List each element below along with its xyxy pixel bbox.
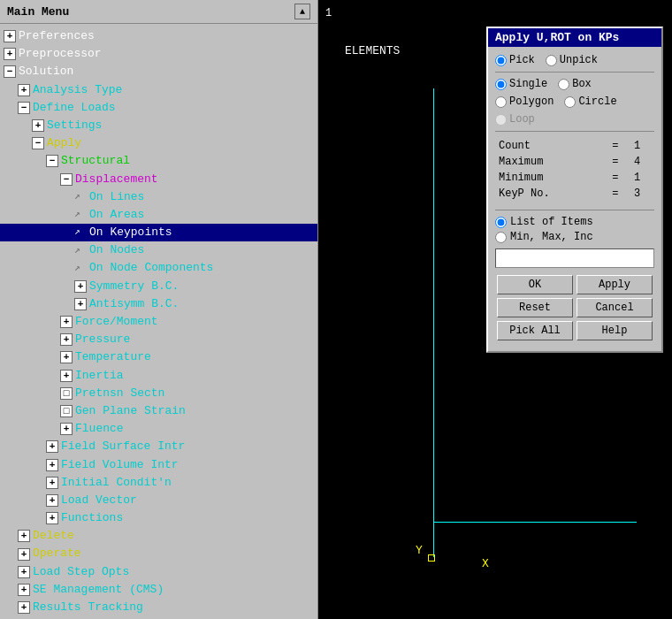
expand-sq-icon[interactable]: □ [60, 387, 73, 400]
maximum-label: Maximum [497, 155, 608, 169]
cancel-button[interactable]: Cancel [577, 298, 653, 317]
list-items-label[interactable]: List of Items [495, 216, 654, 228]
tree-item-pretnsn-sectn[interactable]: □Pretnsn Sectn [0, 385, 317, 402]
reset-button[interactable]: Reset [497, 298, 573, 317]
expand-plus-icon[interactable]: + [18, 84, 30, 96]
tree-item-displacement[interactable]: −Displacement [0, 171, 317, 188]
polygon-radio-label[interactable]: Polygon [495, 96, 554, 108]
tree-item-label: On Node Components [89, 260, 213, 276]
box-radio-label[interactable]: Box [558, 78, 592, 90]
minimum-equals: = [610, 171, 630, 185]
tree-item-analysis-type[interactable]: +Analysis Type [0, 81, 317, 99]
min-max-inc-label[interactable]: Min, Max, Inc [495, 231, 654, 243]
tree-item-structural[interactable]: −Structural [0, 152, 317, 170]
apply-button[interactable]: Apply [577, 275, 653, 294]
expand-plus-icon[interactable]: + [74, 298, 87, 310]
expand-minus-icon[interactable]: − [32, 137, 44, 149]
ok-button[interactable]: OK [497, 275, 573, 294]
list-input[interactable] [495, 248, 654, 268]
title-bar-button[interactable]: ▲ [294, 4, 310, 19]
expand-minus-icon[interactable]: − [46, 155, 58, 167]
tree-item-label: Preprocessor [19, 46, 102, 62]
expand-plus-icon[interactable]: + [46, 494, 58, 507]
expand-plus-icon[interactable]: + [18, 601, 30, 614]
expand-sq-icon[interactable]: □ [60, 405, 73, 417]
expand-plus-icon[interactable]: + [60, 370, 73, 382]
tree-item-settings[interactable]: +Settings [0, 117, 317, 134]
expand-plus-icon[interactable]: + [46, 459, 58, 471]
expand-plus-icon[interactable]: + [60, 351, 73, 363]
pick-radio-label[interactable]: Pick [495, 54, 535, 66]
tree-item-operate[interactable]: +Operate [0, 545, 317, 562]
tree-item-label: Pretnsn Sectn [75, 386, 164, 401]
unpick-radio-label[interactable]: Unpick [546, 54, 598, 66]
separator-2 [495, 131, 654, 132]
tree-item-on-areas[interactable]: ↗On Areas [0, 206, 317, 224]
help-button[interactable]: Help [577, 321, 653, 340]
expand-plus-icon[interactable]: + [18, 566, 30, 578]
tree-item-label: Antisymm B.C. [89, 296, 179, 312]
tree-item-on-keypoints[interactable]: ↗On Keypoints [0, 224, 317, 241]
expand-minus-icon[interactable]: − [4, 65, 16, 78]
tree-item-define-loads[interactable]: −Define Loads [0, 99, 317, 117]
tree-item-label: Settings [47, 118, 102, 134]
tree-item-preferences[interactable]: +Preferences [0, 27, 317, 45]
expand-plus-icon[interactable]: + [60, 316, 73, 328]
pick-all-button[interactable]: Pick All [497, 321, 573, 340]
tree-item-on-nodes[interactable]: ↗On Nodes [0, 241, 317, 259]
tree-item-initial-condit-n[interactable]: +Initial Condit'n [0, 474, 317, 492]
tree-item-field-volume-intr[interactable]: +Field Volume Intr [0, 456, 317, 474]
expand-plus-icon[interactable]: + [74, 280, 87, 293]
box-radio[interactable] [558, 79, 569, 90]
expand-plus-icon[interactable]: + [4, 30, 16, 42]
pick-unpick-group: Pick Unpick [495, 54, 654, 66]
tree-item-fluence[interactable]: +Fluence [0, 420, 317, 438]
unpick-radio[interactable] [546, 55, 557, 66]
tree-item-functions[interactable]: +Functions [0, 509, 317, 527]
tree-item-antisymm-bc[interactable]: +Antisymm B.C. [0, 295, 317, 313]
circle-radio[interactable] [564, 96, 576, 108]
expand-minus-icon[interactable]: − [60, 173, 73, 186]
single-radio[interactable] [495, 79, 507, 90]
expand-plus-icon[interactable]: + [60, 333, 73, 346]
tree-item-label: Gen Plane Strain [75, 403, 186, 419]
tree-item-preprocessor[interactable]: +Preprocessor [0, 45, 317, 63]
single-radio-label[interactable]: Single [495, 78, 547, 90]
expand-plus-icon[interactable]: + [46, 477, 58, 489]
tree-item-pressure[interactable]: +Pressure [0, 331, 317, 348]
tree-item-apply[interactable]: −Apply [0, 134, 317, 152]
tree-item-on-lines[interactable]: ↗On Lines [0, 188, 317, 206]
expand-plus-icon[interactable]: + [46, 512, 58, 524]
expand-minus-icon[interactable]: − [18, 102, 30, 114]
circle-radio-label[interactable]: Circle [564, 96, 616, 108]
expand-plus-icon[interactable]: + [18, 584, 30, 596]
tree-item-se-management[interactable]: +SE Management (CMS) [0, 581, 317, 599]
polygon-radio[interactable] [495, 96, 507, 108]
tree-item-load-vector[interactable]: +Load Vector [0, 492, 317, 509]
expand-plus-icon[interactable]: + [4, 48, 16, 60]
expand-plus-icon[interactable]: + [60, 423, 73, 435]
expand-plus-icon[interactable]: + [32, 119, 44, 132]
tree-item-field-surface-intr[interactable]: +Field Surface Intr [0, 438, 317, 455]
tree-item-gen-plane-strain[interactable]: □Gen Plane Strain [0, 402, 317, 420]
tree-item-force-moment[interactable]: +Force/Moment [0, 313, 317, 331]
tree-item-solution[interactable]: −Solution [0, 63, 317, 80]
tree-item-temperature[interactable]: +Temperature [0, 348, 317, 366]
expand-plus-icon[interactable]: + [18, 548, 30, 561]
count-value: 1 [632, 139, 653, 153]
tree-item-label: Solution [19, 64, 73, 80]
tree-item-on-node-components[interactable]: ↗On Node Components [0, 259, 317, 277]
tree-item-inertia[interactable]: +Inertia [0, 367, 317, 385]
list-items-radio[interactable] [495, 217, 507, 228]
tree-item-delete[interactable]: +Delete [0, 527, 317, 545]
loop-radio-label[interactable]: Loop [495, 113, 535, 126]
min-max-inc-radio[interactable] [495, 232, 507, 243]
pick-radio[interactable] [495, 55, 507, 66]
tree-item-symmetry-bc[interactable]: +Symmetry B.C. [0, 278, 317, 295]
tree-container[interactable]: +Preferences+Preprocessor−Solution+Analy… [0, 24, 317, 619]
axis-y-line [433, 88, 434, 557]
tree-item-results-tracking[interactable]: +Results Tracking [0, 599, 317, 616]
expand-plus-icon[interactable]: + [18, 530, 30, 542]
tree-item-load-step-opts[interactable]: +Load Step Opts [0, 563, 317, 581]
expand-plus-icon[interactable]: + [46, 440, 58, 453]
